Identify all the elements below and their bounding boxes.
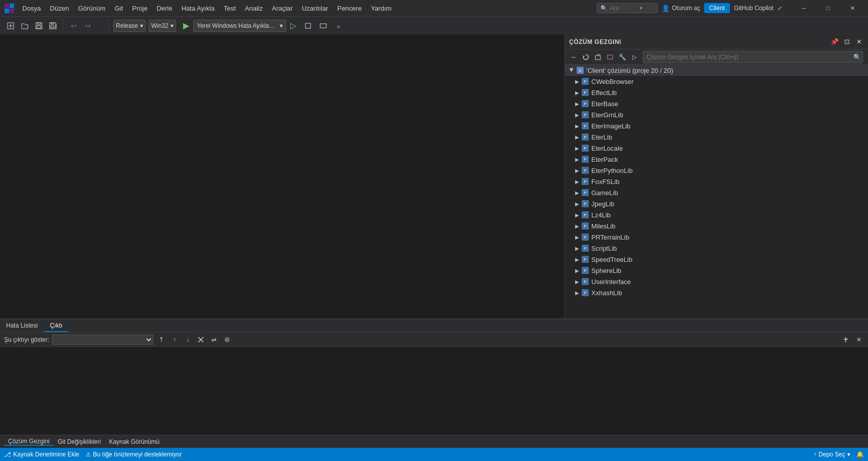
tree-item-cwebbrowser[interactable]: ▶ P CWebBrowser [565,76,868,87]
minimize-button[interactable]: ─ [792,0,815,16]
tree-arrow-gamelib[interactable]: ▶ [573,189,581,197]
output-scroll-down-button[interactable]: ↓ [183,335,193,345]
git-changes-switcher-tab[interactable]: Git Değişiklikleri [54,438,105,445]
output-pin-button[interactable] [841,335,851,345]
menu-uzantilar[interactable]: Uzantılar [298,3,332,14]
show-all-files-button[interactable] [604,52,616,63]
debugger-select[interactable]: Yerel Windows Hata Ayıklayıcısı ▾ [193,20,286,32]
menu-test[interactable]: Test [220,3,240,14]
output-scroll-up-button[interactable]: ↑ [169,335,180,345]
menu-analiz[interactable]: Analiz [241,3,267,14]
copilot-expand-icon[interactable]: ⤢ [777,5,782,12]
tree-item-gamelib[interactable]: ▶ P GameLib [565,187,868,198]
tree-arrow-scriptlib[interactable]: ▶ [573,244,581,252]
copilot-label[interactable]: GitHub Copilot [734,5,773,12]
signin-button[interactable]: 👤 Oturum aç [662,5,700,12]
tree-arrow-effectlib[interactable]: ▶ [573,88,581,97]
root-expand-arrow[interactable]: ▶ [568,66,576,74]
solution-explorer-switcher-tab[interactable]: Çözüm Gezgini [4,438,54,446]
tree-arrow-mileslib[interactable]: ▶ [573,222,581,230]
start-without-debug-button[interactable]: ▷ [288,20,298,31]
sync-with-active-doc-button[interactable]: ↔ [568,52,579,63]
solution-explorer-maximize-button[interactable]: ⊡ [842,37,852,47]
tree-item-eterimagelib[interactable]: ▶ P EterImageLib [565,120,868,131]
tree-arrow-foxfslib[interactable]: ▶ [573,177,581,186]
menu-gorunum[interactable]: Görünüm [74,3,109,14]
tree-arrow-userinterface[interactable]: ▶ [573,278,581,286]
tree-arrow-lz4lib[interactable]: ▶ [573,211,581,219]
attach-button[interactable] [301,19,315,32]
output-wrap-button[interactable]: ⇌ [209,335,219,345]
tree-arrow-eterbase[interactable]: ▶ [573,100,581,108]
open-button[interactable] [18,19,31,32]
collapse-all-button[interactable] [592,52,603,63]
tree-item-effectlib[interactable]: ▶ P EffectLib [565,87,868,98]
tree-arrow-cwebbrowser[interactable]: ▶ [573,77,581,85]
tree-arrow-etergrnlib[interactable]: ▶ [573,111,581,119]
menu-duzen[interactable]: Düzen [46,3,73,14]
menu-hata-ayikla[interactable]: Hata Ayıkla [178,3,219,14]
upload-icon-button[interactable]: ↑ Depo Seç ▾ [813,451,850,458]
preview-button[interactable]: ▷ [629,52,640,63]
menu-derle[interactable]: Derle [153,3,177,14]
tree-item-jpeglib[interactable]: ▶ P JpegLib [565,198,868,209]
redo-button[interactable]: ↪ [81,19,95,32]
new-project-button[interactable] [4,19,17,32]
toolbar-extra-btn1[interactable] [317,19,330,32]
tree-arrow-eterpythonlib[interactable]: ▶ [573,166,581,174]
start-debug-button[interactable]: ▶ [181,20,191,31]
source-control-button[interactable]: ⎇ Kaynak Denetimine Ekle [4,451,79,458]
client-badge[interactable]: Client [704,3,730,13]
solution-search-wrapper[interactable]: 🔍 [643,51,863,63]
tab-error-list[interactable]: Hata Listesi [0,320,44,332]
tree-arrow-xxhashlib[interactable]: ▶ [573,289,581,297]
solution-root-item[interactable]: ▶ S 'Client' çözümü (proje 20 / 20) [565,65,868,76]
output-options-button[interactable] [222,335,232,345]
tree-item-eterlocale[interactable]: ▶ P EterLocale [565,143,868,154]
menu-proje[interactable]: Proje [128,3,151,14]
undo-button[interactable]: ↩ [67,19,80,32]
menu-yardim[interactable]: Yardım [367,3,396,14]
menu-pencere[interactable]: Pencere [333,3,366,14]
tree-item-prterrainlib[interactable]: ▶ P PRTerrainLib [565,232,868,243]
tree-arrow-spherelib[interactable]: ▶ [573,266,581,274]
toolbar-extra-btn2[interactable]: ⬦ [332,19,345,32]
tab-output[interactable]: Çıktı [44,320,69,332]
tree-item-speedtreelib[interactable]: ▶ P SpeedTreeLib [565,254,868,265]
tree-item-foxfslib[interactable]: ▶ P FoxFSLib [565,176,868,187]
configuration-select[interactable]: Release ▾ [113,20,146,32]
tree-item-scriptlib[interactable]: ▶ P ScriptLib [565,243,868,254]
tree-item-eterpythonlib[interactable]: ▶ P EterPythonLib [565,165,868,176]
global-search-box[interactable]: 🔍 ▾ [597,3,658,13]
tree-arrow-jpeglib[interactable]: ▶ [573,200,581,208]
tree-item-mileslib[interactable]: ▶ P MilesLib [565,220,868,232]
output-scroll-to-top-button[interactable]: ⤒ [156,335,166,345]
tree-arrow-eterpack[interactable]: ▶ [573,155,581,163]
menu-git[interactable]: Git [111,3,127,14]
tree-item-xxhashlib[interactable]: ▶ P XxhashLib [565,287,868,298]
save-all-button[interactable] [47,19,60,32]
platform-select[interactable]: Win32 ▾ [149,20,176,32]
output-source-select[interactable] [52,335,153,345]
notifications-button[interactable]: 🔔 [856,451,864,458]
tree-arrow-eterlocale[interactable]: ▶ [573,144,581,152]
tree-item-userinterface[interactable]: ▶ P UserInterface [565,276,868,287]
tree-arrow-prterrainlib[interactable]: ▶ [573,233,581,241]
solution-search-input[interactable] [643,54,851,61]
tree-item-spherelib[interactable]: ▶ P SphereLib [565,265,868,276]
close-button[interactable]: ✕ [841,0,864,16]
warning-message[interactable]: ⚠ Bu öğe önizlemeyi desteklemiyor [85,451,182,458]
solution-search-icon-button[interactable]: 🔍 [851,52,862,63]
solution-explorer-close-button[interactable]: ✕ [854,37,864,47]
tree-arrow-speedtreelib[interactable]: ▶ [573,255,581,263]
output-close-button[interactable]: ✕ [854,335,864,345]
tree-item-eterbase[interactable]: ▶ P EterBase [565,98,868,109]
tree-arrow-eterimagelib[interactable]: ▶ [573,122,581,130]
menu-araclar[interactable]: Araçlar [268,3,297,14]
solution-explorer-pin-button[interactable]: 📌 [830,37,840,47]
save-button[interactable] [32,19,46,32]
menu-dosya[interactable]: Dosya [18,3,45,14]
maximize-button[interactable]: □ [816,0,840,16]
properties-button[interactable]: 🔧 [617,52,628,63]
refresh-button[interactable] [580,52,591,63]
